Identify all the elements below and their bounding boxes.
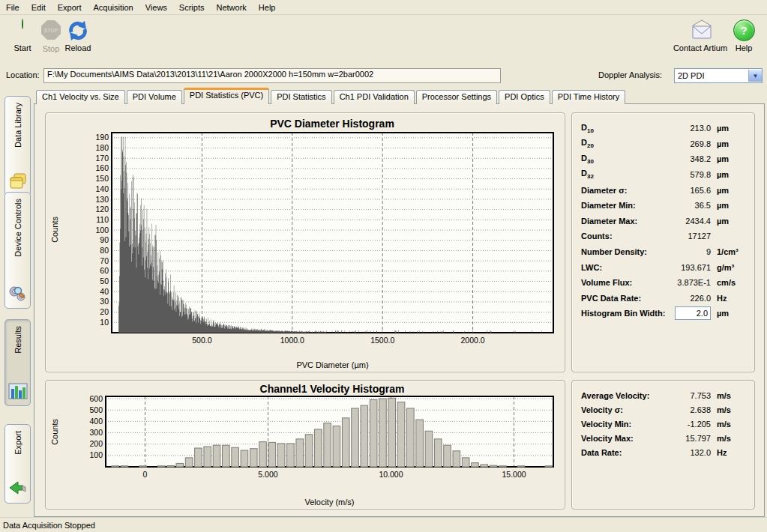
stat-label: LWC: — [581, 263, 661, 272]
stat-value: 165.6 — [661, 186, 711, 195]
svg-text:400: 400 — [89, 417, 103, 426]
pvc-histogram-plot: 1020304050607080901001101201301401501601… — [46, 113, 563, 370]
stat-unit: µm — [711, 124, 748, 133]
chevron-down-icon[interactable]: ▼ — [748, 70, 762, 82]
status-bar: Data Acquisition Stopped — [0, 517, 767, 532]
tab-ch1-velocity-vs-size[interactable]: Ch1 Velocity vs. Size — [36, 90, 125, 104]
svg-text:500.0: 500.0 — [192, 336, 211, 345]
stat-unit: m/s — [711, 405, 748, 414]
doppler-analysis-select[interactable]: 2D PDI ▼ — [674, 68, 763, 83]
svg-text:30: 30 — [100, 297, 109, 306]
svg-text:190: 190 — [95, 133, 109, 142]
stat-row-d32: D32579.8µm — [581, 167, 748, 183]
stat-unit: µm — [711, 201, 748, 210]
stat-unit: g/m³ — [711, 263, 748, 272]
tab-ch1-pdi-validation[interactable]: Ch1 PDI Validation — [334, 90, 415, 104]
tab-pdi-optics[interactable]: PDI Optics — [499, 90, 550, 104]
pvc-diameter-histogram-panel: PVC Diameter Histogram Counts 1020304050… — [45, 112, 565, 372]
stat-label: D20 — [581, 138, 661, 149]
svg-text:5.000: 5.000 — [258, 470, 277, 479]
help-icon: ? — [733, 19, 755, 42]
stat-label: Velocity Min: — [581, 420, 661, 429]
stat-unit: µm — [711, 186, 748, 195]
help-label: Help — [726, 43, 762, 52]
stat-row-data-rate: Data Rate:132.0Hz — [581, 445, 748, 459]
svg-text:15.000: 15.000 — [502, 470, 526, 479]
stat-row-d30: D30348.2µm — [581, 151, 748, 167]
svg-text:160: 160 — [95, 163, 109, 172]
menu-help[interactable]: Help — [253, 1, 282, 13]
menu-scripts[interactable]: Scripts — [173, 1, 211, 13]
reload-icon — [67, 19, 89, 42]
stat-unit: m/s — [711, 391, 748, 400]
menu-network[interactable]: Network — [210, 1, 252, 13]
stat-value: 9 — [661, 247, 711, 256]
tab-pdi-statistics[interactable]: PDI Statistics — [271, 90, 331, 104]
svg-text:10: 10 — [100, 318, 109, 327]
location-field[interactable]: F:\My Documents\AIMS Data\2013\2013\11\2… — [43, 68, 501, 83]
stat-unit: µm — [711, 170, 748, 179]
histogram-bin-width-input[interactable] — [675, 306, 711, 320]
velocity-statistics-panel: Average Velocity:7.753m/sVelocity σ:2.63… — [571, 380, 755, 510]
menu-edit[interactable]: Edit — [25, 1, 52, 13]
menu-file[interactable]: File — [0, 1, 25, 13]
stat-label: Diameter Min: — [581, 201, 661, 210]
svg-text:1000.0: 1000.0 — [280, 336, 304, 345]
stat-value: 2.638 — [661, 405, 711, 414]
svg-text:110: 110 — [96, 215, 109, 224]
tab-pdi-time-history[interactable]: PDI Time History — [552, 90, 626, 104]
sidebar-item-device-controls[interactable]: Device Controls — [4, 192, 31, 309]
stat-unit: cm/s — [711, 278, 748, 287]
stat-label: D10 — [581, 123, 661, 134]
svg-text:60: 60 — [100, 266, 109, 275]
tab-pdi-statistics-pvc[interactable]: PDI Statistics (PVC) — [184, 88, 269, 104]
stat-value: 3.873E-1 — [661, 278, 711, 287]
tab-strip: Ch1 Velocity vs. SizePDI VolumePDI Stati… — [36, 89, 627, 104]
sidebar-item-export[interactable]: Export — [4, 424, 31, 504]
stat-row-velocity-max: Velocity Max:15.797m/s — [581, 431, 748, 445]
menu-export[interactable]: Export — [52, 1, 88, 13]
stat-label: D30 — [581, 154, 661, 165]
menu-acquisition[interactable]: Acquisition — [88, 1, 139, 13]
stat-label: Number Density: — [581, 247, 661, 256]
sidebar-item-data-library[interactable]: Data Library — [4, 96, 31, 196]
velocity-histogram-panel: Channel1 Velocity Histogram Counts 10020… — [45, 380, 565, 510]
tab-processor-settings[interactable]: Processor Settings — [416, 90, 497, 104]
export-arrow-icon — [7, 479, 28, 498]
sidebar-item-results[interactable]: Results — [4, 319, 31, 406]
menu-views[interactable]: Views — [139, 1, 173, 13]
stat-row-d20: D20269.8µm — [581, 136, 748, 152]
stat-row-lwc: LWC:193.671g/m³ — [581, 259, 748, 275]
sidebar-item-label: Data Library — [13, 103, 22, 148]
velocity-statistics-list: Average Velocity:7.753m/sVelocity σ:2.63… — [581, 388, 748, 459]
stat-unit: µm — [711, 154, 748, 163]
contact-artium-label: Contact Artium — [672, 43, 729, 52]
stat-row-counts: Counts:17127 — [581, 229, 748, 244]
stat-row-average-velocity: Average Velocity:7.753m/s — [581, 388, 748, 402]
stat-label: Diameter σ: — [581, 186, 661, 195]
tab-pdi-volume[interactable]: PDI Volume — [127, 90, 182, 104]
svg-text:0: 0 — [143, 470, 148, 479]
stat-unit: m/s — [711, 434, 748, 443]
svg-text:100: 100 — [89, 450, 103, 459]
stat-value: -1.205 — [661, 420, 711, 429]
contact-artium-button[interactable]: Contact Artium — [672, 18, 729, 52]
stat-row-volume-flux: Volume Flux:3.873E-1cm/s — [581, 275, 748, 291]
svg-text:100: 100 — [95, 226, 109, 235]
svg-text:70: 70 — [100, 256, 109, 265]
reload-button[interactable]: Reload — [57, 18, 99, 52]
stat-unit: Hz — [711, 448, 748, 457]
svg-text:300: 300 — [89, 428, 103, 437]
stat-row-velocity: Velocity σ:2.638m/s — [581, 402, 748, 417]
stat-row-diameter: Diameter σ:165.6µm — [581, 182, 748, 198]
help-button[interactable]: ? Help — [726, 18, 762, 52]
svg-text:10.000: 10.000 — [379, 470, 403, 479]
stat-label: D32 — [581, 169, 661, 180]
stat-label: Average Velocity: — [581, 391, 661, 400]
stat-row-number-density: Number Density:91/cm³ — [581, 244, 748, 260]
stat-unit: µm — [711, 139, 748, 148]
stat-unit: Hz — [711, 294, 748, 303]
stat-value: 36.5 — [661, 201, 711, 210]
svg-text:200: 200 — [89, 439, 103, 448]
stat-label: Data Rate: — [581, 448, 661, 457]
